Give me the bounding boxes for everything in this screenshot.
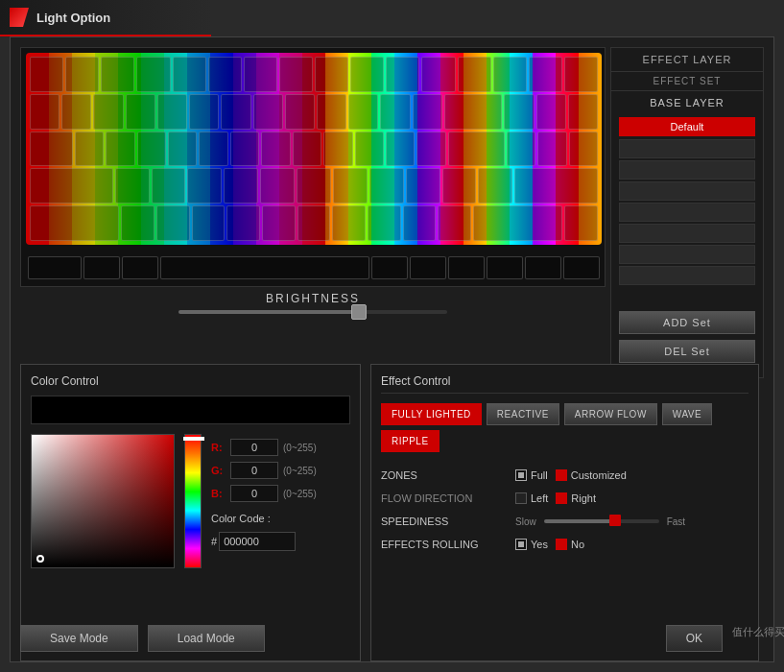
effect-btn-arrow-flow[interactable]: ARROW FLOW	[564, 403, 657, 425]
key-q[interactable]	[75, 132, 104, 167]
key-space[interactable]	[160, 256, 369, 279]
effect-btn-ripple[interactable]: RIPPLE	[381, 430, 440, 452]
key-home[interactable]	[536, 94, 566, 130]
key-lctrl[interactable]	[28, 256, 82, 279]
key-enter[interactable]	[514, 168, 598, 204]
effect-btn-wave[interactable]: WAVE	[662, 403, 712, 425]
key-n[interactable]	[297, 205, 331, 241]
flow-right-radio[interactable]	[556, 492, 567, 504]
key-w[interactable]	[106, 132, 134, 167]
key-f12[interactable]	[458, 57, 491, 92]
rolling-yes-radio[interactable]	[515, 539, 527, 550]
key-down[interactable]	[525, 256, 561, 279]
flow-left-radio[interactable]	[515, 492, 527, 504]
key-1[interactable]	[61, 94, 91, 130]
key-esc[interactable]	[30, 57, 63, 92]
brightness-slider[interactable]	[178, 310, 447, 314]
b-input[interactable]	[230, 485, 278, 502]
key-comma[interactable]	[368, 205, 401, 241]
key-print[interactable]	[493, 57, 527, 92]
key-left[interactable]	[487, 256, 523, 279]
key-l[interactable]	[406, 168, 440, 204]
del-set-button[interactable]: DEL Set	[619, 340, 755, 363]
key-f[interactable]	[224, 168, 258, 204]
key-f9[interactable]	[350, 57, 384, 92]
key-equals[interactable]	[413, 94, 442, 130]
speed-slider[interactable]	[544, 519, 659, 523]
key-m[interactable]	[332, 205, 366, 241]
key-capslock[interactable]	[30, 168, 113, 204]
key-backtick[interactable]	[30, 94, 59, 130]
key-0[interactable]	[348, 94, 378, 130]
zones-full-option[interactable]: Full	[515, 469, 548, 481]
hue-slider[interactable]	[184, 434, 202, 568]
key-slash[interactable]	[438, 205, 471, 241]
key-v[interactable]	[226, 205, 260, 241]
rolling-no-radio[interactable]	[556, 539, 567, 550]
save-mode-button[interactable]: Save Mode	[20, 625, 138, 652]
effect-btn-reactive[interactable]: REACTIVE	[487, 403, 559, 425]
effect-btn-fully-lighted[interactable]: FULLY LIGHTED	[381, 403, 482, 425]
key-t[interactable]	[199, 132, 227, 167]
color-code-input[interactable]	[219, 532, 296, 551]
key-quote[interactable]	[478, 168, 512, 204]
key-pgdn[interactable]	[569, 132, 598, 167]
r-input[interactable]	[230, 439, 278, 456]
key-j[interactable]	[333, 168, 368, 204]
key-7[interactable]	[253, 94, 283, 130]
key-backslash[interactable]	[448, 132, 505, 167]
key-3[interactable]	[126, 94, 155, 130]
key-backspace[interactable]	[444, 94, 502, 130]
color-preview-bar[interactable]	[31, 396, 350, 424]
key-ralt[interactable]	[371, 256, 408, 279]
key-rbracket[interactable]	[416, 132, 445, 167]
key-9[interactable]	[317, 94, 346, 130]
default-button[interactable]: Default	[619, 117, 755, 136]
flow-left-option[interactable]: Left	[515, 492, 548, 504]
key-f1[interactable]	[65, 57, 99, 92]
key-i[interactable]	[293, 132, 321, 167]
rolling-yes-option[interactable]: Yes	[515, 539, 548, 550]
key-lbracket[interactable]	[386, 132, 415, 167]
ok-button[interactable]: OK	[666, 625, 723, 652]
key-6[interactable]	[221, 94, 250, 130]
key-c[interactable]	[192, 205, 226, 241]
key-s[interactable]	[152, 168, 186, 204]
key-minus[interactable]	[380, 94, 410, 130]
key-8[interactable]	[285, 94, 315, 130]
key-u[interactable]	[261, 132, 290, 167]
key-f10[interactable]	[386, 57, 419, 92]
key-r[interactable]	[168, 132, 197, 167]
key-tab[interactable]	[30, 132, 73, 167]
key-lwin[interactable]	[83, 256, 120, 279]
key-b[interactable]	[262, 205, 296, 241]
key-f3[interactable]	[136, 57, 170, 92]
key-y[interactable]	[230, 132, 259, 167]
key-f8[interactable]	[315, 57, 348, 92]
zones-full-radio[interactable]	[515, 469, 527, 481]
load-mode-button[interactable]: Load Mode	[148, 625, 265, 652]
key-f11[interactable]	[421, 57, 455, 92]
key-del[interactable]	[507, 132, 535, 167]
key-5[interactable]	[189, 94, 219, 130]
key-f7[interactable]	[279, 57, 313, 92]
key-end[interactable]	[537, 132, 566, 167]
key-ins[interactable]	[504, 94, 534, 130]
key-e[interactable]	[137, 132, 166, 167]
key-k[interactable]	[369, 168, 404, 204]
key-x[interactable]	[156, 205, 190, 241]
key-f2[interactable]	[101, 57, 134, 92]
key-o[interactable]	[323, 132, 352, 167]
color-gradient[interactable]	[31, 434, 175, 568]
key-fn[interactable]	[410, 256, 446, 279]
key-f6[interactable]	[244, 57, 277, 92]
flow-right-option[interactable]: Right	[556, 492, 596, 504]
key-lshift[interactable]	[30, 205, 119, 241]
key-right[interactable]	[563, 256, 600, 279]
key-z[interactable]	[121, 205, 154, 241]
key-4[interactable]	[157, 94, 187, 130]
key-f5[interactable]	[208, 57, 242, 92]
key-2[interactable]	[93, 94, 123, 130]
key-semicolon[interactable]	[442, 168, 477, 204]
key-rctrl[interactable]	[448, 256, 485, 279]
